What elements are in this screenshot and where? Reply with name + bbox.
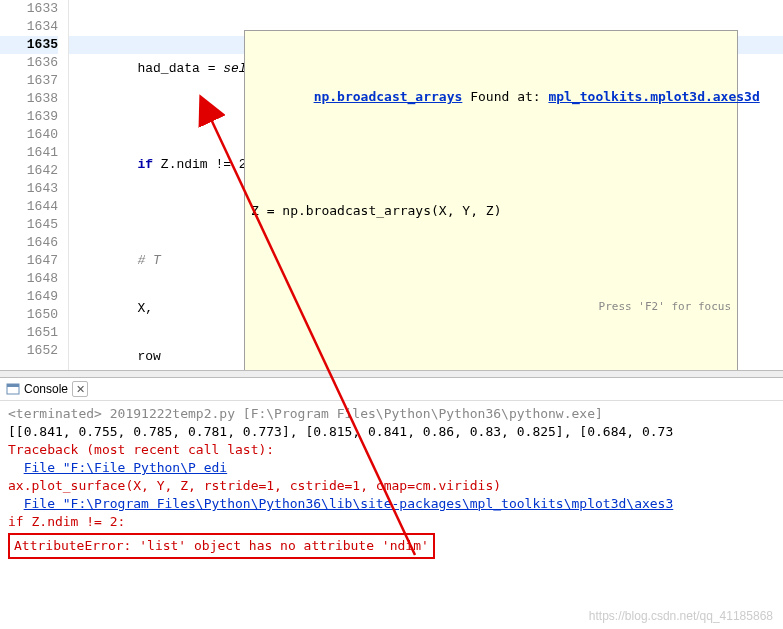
console-tab-label[interactable]: Console [24,382,68,396]
console-close-button[interactable]: ✕ [72,381,88,397]
line-number-gutter: 1633 1634 1635 1636 1637 1638 1639 1640 … [0,0,69,370]
traceback-call-line: if Z.ndim != 2: [8,513,775,531]
code-editor[interactable]: 1633 1634 1635 1636 1637 1638 1639 1640 … [0,0,783,370]
console-output[interactable]: <terminated> 20191222temp2.py [F:\Progra… [0,401,783,563]
traceback-header: Traceback (most recent call last): [8,441,775,459]
traceback-file-link[interactable]: File "F:\Program Files\Python\Python36\l… [24,496,674,511]
traceback-call-line: ax.plot_surface(X, Y, Z, rstride=1, cstr… [8,477,775,495]
tooltip-symbol-link[interactable]: np.broadcast_arrays [314,89,463,104]
watermark: https://blog.csdn.net/qq_41185868 [589,609,773,623]
code-area[interactable]: had_data = self.has_data() if Z.ndim != … [69,0,783,370]
tooltip-hint: Press 'F2' for focus [599,298,731,316]
svg-rect-1 [7,384,19,387]
traceback-file-link[interactable]: File "F:\File Python\P edi [24,460,228,475]
tooltip-body: Z = np.broadcast_arrays(X, Y, Z) [251,202,731,220]
console-terminated-line: <terminated> 20191222temp2.py [F:\Progra… [8,405,775,423]
console-icon [6,382,20,396]
console-stdout-line: [[0.841, 0.755, 0.785, 0.781, 0.773], [0… [8,423,775,441]
hover-tooltip: np.broadcast_arrays Found at: mpl_toolki… [244,30,738,370]
tooltip-location-link[interactable]: mpl_toolkits.mplot3d.axes3d [548,89,759,104]
error-highlight-box: AttributeError: 'list' object has no att… [8,533,435,559]
console-tab-bar: Console ✕ [0,378,783,401]
pane-separator[interactable] [0,370,783,378]
